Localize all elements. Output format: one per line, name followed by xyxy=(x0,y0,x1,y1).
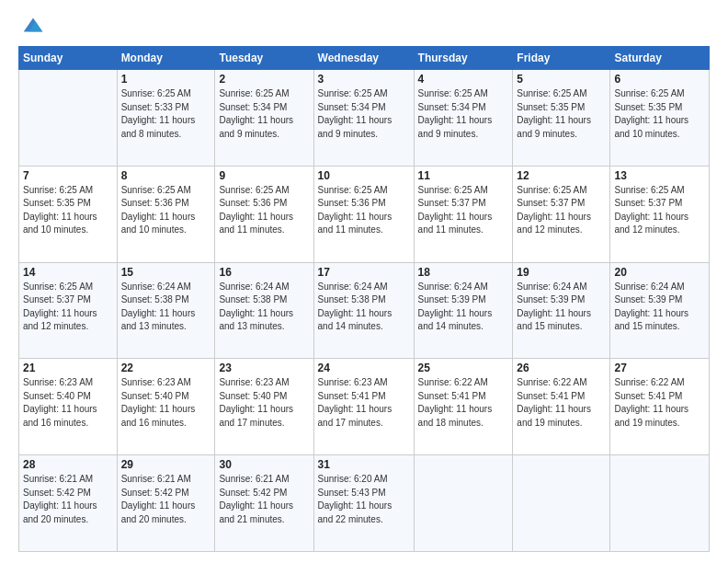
calendar-header-tuesday: Tuesday xyxy=(215,47,313,70)
calendar-cell: 9Sunrise: 6:25 AMSunset: 5:36 PMDaylight… xyxy=(215,166,313,262)
day-info: Sunrise: 6:21 AMSunset: 5:42 PMDaylight:… xyxy=(23,473,113,526)
day-info: Sunrise: 6:22 AMSunset: 5:41 PMDaylight:… xyxy=(418,376,509,430)
calendar-cell: 11Sunrise: 6:25 AMSunset: 5:37 PMDayligh… xyxy=(414,166,513,262)
calendar-header-monday: Monday xyxy=(117,47,215,70)
page: SundayMondayTuesdayWednesdayThursdayFrid… xyxy=(0,0,728,563)
calendar-week-row: 14Sunrise: 6:25 AMSunset: 5:37 PMDayligh… xyxy=(19,262,710,359)
calendar-cell: 19Sunrise: 6:24 AMSunset: 5:39 PMDayligh… xyxy=(513,262,610,359)
day-info: Sunrise: 6:25 AMSunset: 5:34 PMDaylight:… xyxy=(318,87,410,141)
calendar-cell xyxy=(414,455,513,552)
day-number: 17 xyxy=(318,266,410,279)
calendar-cell: 20Sunrise: 6:24 AMSunset: 5:39 PMDayligh… xyxy=(610,262,710,359)
day-number: 25 xyxy=(418,362,509,374)
calendar-week-row: 7Sunrise: 6:25 AMSunset: 5:35 PMDaylight… xyxy=(19,166,710,262)
day-info: Sunrise: 6:21 AMSunset: 5:42 PMDaylight:… xyxy=(121,473,211,526)
day-number: 23 xyxy=(219,362,309,374)
day-info: Sunrise: 6:25 AMSunset: 5:35 PMDaylight:… xyxy=(614,87,705,141)
day-info: Sunrise: 6:23 AMSunset: 5:40 PMDaylight:… xyxy=(23,376,113,430)
day-number: 10 xyxy=(318,169,410,182)
day-number: 15 xyxy=(121,266,211,279)
day-info: Sunrise: 6:25 AMSunset: 5:37 PMDaylight:… xyxy=(517,184,606,237)
calendar-cell: 2Sunrise: 6:25 AMSunset: 5:34 PMDaylight… xyxy=(215,70,313,167)
calendar-cell: 21Sunrise: 6:23 AMSunset: 5:40 PMDayligh… xyxy=(19,359,118,455)
day-info: Sunrise: 6:25 AMSunset: 5:36 PMDaylight:… xyxy=(121,184,211,237)
logo-icon xyxy=(20,13,46,39)
day-number: 27 xyxy=(614,362,705,374)
logo xyxy=(18,17,46,39)
day-info: Sunrise: 6:24 AMSunset: 5:38 PMDaylight:… xyxy=(219,281,309,334)
calendar-week-row: 21Sunrise: 6:23 AMSunset: 5:40 PMDayligh… xyxy=(19,359,710,455)
day-number: 22 xyxy=(121,362,211,374)
day-info: Sunrise: 6:24 AMSunset: 5:38 PMDaylight:… xyxy=(318,281,410,334)
day-info: Sunrise: 6:24 AMSunset: 5:39 PMDaylight:… xyxy=(418,281,509,334)
calendar-cell: 24Sunrise: 6:23 AMSunset: 5:41 PMDayligh… xyxy=(313,359,414,455)
calendar-cell: 29Sunrise: 6:21 AMSunset: 5:42 PMDayligh… xyxy=(117,455,215,552)
day-number: 31 xyxy=(318,458,410,471)
calendar-table: SundayMondayTuesdayWednesdayThursdayFrid… xyxy=(18,46,710,552)
calendar-cell xyxy=(19,70,118,167)
day-info: Sunrise: 6:25 AMSunset: 5:37 PMDaylight:… xyxy=(23,281,113,334)
day-number: 30 xyxy=(219,458,309,471)
calendar-cell: 18Sunrise: 6:24 AMSunset: 5:39 PMDayligh… xyxy=(414,262,513,359)
day-number: 28 xyxy=(23,458,113,471)
day-info: Sunrise: 6:23 AMSunset: 5:40 PMDaylight:… xyxy=(121,376,211,430)
calendar-cell: 26Sunrise: 6:22 AMSunset: 5:41 PMDayligh… xyxy=(513,359,610,455)
day-number: 11 xyxy=(418,169,509,182)
calendar-cell: 8Sunrise: 6:25 AMSunset: 5:36 PMDaylight… xyxy=(117,166,215,262)
day-number: 3 xyxy=(318,73,410,86)
day-info: Sunrise: 6:22 AMSunset: 5:41 PMDaylight:… xyxy=(614,376,705,430)
day-number: 14 xyxy=(23,266,113,279)
day-number: 4 xyxy=(418,73,509,86)
day-number: 26 xyxy=(517,362,606,374)
day-info: Sunrise: 6:25 AMSunset: 5:37 PMDaylight:… xyxy=(418,184,509,237)
day-number: 1 xyxy=(121,73,211,86)
calendar-cell: 4Sunrise: 6:25 AMSunset: 5:34 PMDaylight… xyxy=(414,70,513,167)
calendar-cell: 12Sunrise: 6:25 AMSunset: 5:37 PMDayligh… xyxy=(513,166,610,262)
day-number: 19 xyxy=(517,266,606,279)
day-info: Sunrise: 6:20 AMSunset: 5:43 PMDaylight:… xyxy=(318,473,410,526)
calendar-cell: 22Sunrise: 6:23 AMSunset: 5:40 PMDayligh… xyxy=(117,359,215,455)
calendar-cell: 7Sunrise: 6:25 AMSunset: 5:35 PMDaylight… xyxy=(19,166,118,262)
calendar-cell: 3Sunrise: 6:25 AMSunset: 5:34 PMDaylight… xyxy=(313,70,414,167)
calendar-header-friday: Friday xyxy=(513,47,610,70)
calendar-cell: 30Sunrise: 6:21 AMSunset: 5:42 PMDayligh… xyxy=(215,455,313,552)
calendar-cell: 27Sunrise: 6:22 AMSunset: 5:41 PMDayligh… xyxy=(610,359,710,455)
calendar-cell: 6Sunrise: 6:25 AMSunset: 5:35 PMDaylight… xyxy=(610,70,710,167)
calendar-header-sunday: Sunday xyxy=(19,47,118,70)
calendar-cell: 25Sunrise: 6:22 AMSunset: 5:41 PMDayligh… xyxy=(414,359,513,455)
day-info: Sunrise: 6:24 AMSunset: 5:38 PMDaylight:… xyxy=(121,281,211,334)
day-info: Sunrise: 6:25 AMSunset: 5:36 PMDaylight:… xyxy=(318,184,410,237)
day-info: Sunrise: 6:25 AMSunset: 5:34 PMDaylight:… xyxy=(219,87,309,141)
calendar-cell: 23Sunrise: 6:23 AMSunset: 5:40 PMDayligh… xyxy=(215,359,313,455)
calendar-cell: 16Sunrise: 6:24 AMSunset: 5:38 PMDayligh… xyxy=(215,262,313,359)
calendar-cell: 31Sunrise: 6:20 AMSunset: 5:43 PMDayligh… xyxy=(313,455,414,552)
calendar-cell xyxy=(610,455,710,552)
header xyxy=(18,17,710,39)
day-info: Sunrise: 6:25 AMSunset: 5:35 PMDaylight:… xyxy=(23,184,113,237)
day-number: 7 xyxy=(23,169,113,182)
calendar-cell: 14Sunrise: 6:25 AMSunset: 5:37 PMDayligh… xyxy=(19,262,118,359)
day-number: 13 xyxy=(614,169,705,182)
day-info: Sunrise: 6:25 AMSunset: 5:37 PMDaylight:… xyxy=(614,184,705,237)
day-number: 6 xyxy=(614,73,705,86)
day-number: 20 xyxy=(614,266,705,279)
day-info: Sunrise: 6:24 AMSunset: 5:39 PMDaylight:… xyxy=(517,281,606,334)
day-number: 2 xyxy=(219,73,309,86)
calendar-cell: 13Sunrise: 6:25 AMSunset: 5:37 PMDayligh… xyxy=(610,166,710,262)
day-info: Sunrise: 6:25 AMSunset: 5:33 PMDaylight:… xyxy=(121,87,211,141)
day-info: Sunrise: 6:22 AMSunset: 5:41 PMDaylight:… xyxy=(517,376,606,430)
day-number: 24 xyxy=(318,362,410,374)
day-info: Sunrise: 6:25 AMSunset: 5:34 PMDaylight:… xyxy=(418,87,509,141)
calendar-cell: 5Sunrise: 6:25 AMSunset: 5:35 PMDaylight… xyxy=(513,70,610,167)
calendar-header-row: SundayMondayTuesdayWednesdayThursdayFrid… xyxy=(19,47,710,70)
day-info: Sunrise: 6:21 AMSunset: 5:42 PMDaylight:… xyxy=(219,473,309,526)
calendar-week-row: 1Sunrise: 6:25 AMSunset: 5:33 PMDaylight… xyxy=(19,70,710,167)
day-info: Sunrise: 6:24 AMSunset: 5:39 PMDaylight:… xyxy=(614,281,705,334)
day-info: Sunrise: 6:25 AMSunset: 5:36 PMDaylight:… xyxy=(219,184,309,237)
calendar-cell: 28Sunrise: 6:21 AMSunset: 5:42 PMDayligh… xyxy=(19,455,118,552)
calendar-cell: 1Sunrise: 6:25 AMSunset: 5:33 PMDaylight… xyxy=(117,70,215,167)
calendar-header-wednesday: Wednesday xyxy=(313,47,414,70)
day-number: 5 xyxy=(517,73,606,86)
day-number: 29 xyxy=(121,458,211,471)
day-number: 12 xyxy=(517,169,606,182)
